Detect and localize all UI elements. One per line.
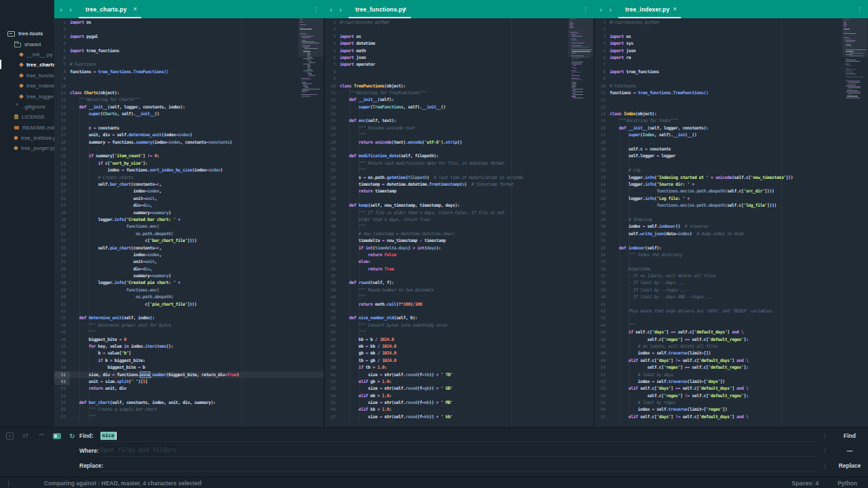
line-number: 30 xyxy=(324,223,340,230)
line-number: 5 xyxy=(54,47,70,54)
code-text: if tb > 1.0: xyxy=(340,364,387,371)
code-line: 57 size = str(self.round(f=kb)) + ' kb' xyxy=(324,413,594,420)
code-text: size = str(self.round(f=kb)) + ' kb' xyxy=(340,413,452,420)
code-text: size = str(self.round(f=mb)) + ' MB' xyxy=(340,399,452,406)
line-number: 15 xyxy=(594,117,610,124)
code-line: 23 # Create charts xyxy=(54,174,324,181)
tab-next-icon[interactable]: › xyxy=(66,5,75,14)
minimap-line xyxy=(846,72,853,73)
code-line: 33 if int(timedelta.days) > int(days): xyxy=(324,245,594,251)
sidebar-item--gitignore[interactable]: *.gitignore xyxy=(0,102,54,112)
tab-next-icon[interactable]: › xyxy=(606,5,615,14)
case-sensitive-toggle-icon[interactable]: тT xyxy=(21,432,30,441)
where-button[interactable]: — xyxy=(833,447,867,454)
code-line: 26 unit=unit, xyxy=(54,195,324,202)
code-text: for key, value in index.iteritems(): xyxy=(70,343,173,350)
minimap-line xyxy=(846,68,848,68)
code-line: 29 # Indexing xyxy=(594,216,868,223)
find-in-files-panel: тT “” ↻ Find: nice ⋮ Find Where: Open fi… xyxy=(0,427,868,477)
sidebar-item-tree-purger-py[interactable]: tree_purger.py xyxy=(0,143,54,153)
minimap[interactable] xyxy=(570,19,593,99)
code-line: 27 def keep(self, now_timestamp, timesta… xyxy=(324,202,594,209)
whole-word-toggle-icon[interactable]: “” xyxy=(37,432,45,441)
where-row-menu-icon[interactable]: ⋮ xyxy=(822,447,828,454)
sidebar-item-tree-leafsize-py[interactable]: tree_leafsize.py xyxy=(0,133,54,143)
regex-toggle-icon[interactable] xyxy=(5,432,14,441)
sidebar-item-tree-functions-py[interactable]: tree_functions.py xyxy=(0,70,54,81)
code-text: """ xyxy=(340,223,366,230)
replace-button[interactable]: Replace xyxy=(833,462,867,469)
line-number: 6 xyxy=(594,54,610,61)
sidebar-item-tree-charts-py[interactable]: tree_charts.py xyxy=(0,60,54,70)
sidebar-item-tree-logger-py[interactable]: tree_logger.py xyxy=(0,91,54,101)
code-text: """docstring for TreeFunctions""" xyxy=(340,89,427,96)
code-line: 32 c['bar_chart_file']))) xyxy=(54,237,324,244)
where-input[interactable]: Open files and folders xyxy=(100,445,816,457)
sidebar-item-label: __init__.py xyxy=(26,52,53,58)
minimap-line xyxy=(572,79,583,80)
wrap-toggle-icon[interactable]: ↻ xyxy=(68,432,77,441)
code-text: div=div, xyxy=(70,202,152,209)
code-line: 39 """ Round number to two decimals xyxy=(324,287,594,293)
code-line: 8import tree_functions xyxy=(594,68,868,75)
overflow-menu-icon[interactable]: ⋮ xyxy=(583,6,589,13)
tab-next-icon[interactable]: › xyxy=(336,5,345,14)
minimap[interactable] xyxy=(300,19,323,99)
code-text: class Index(object): xyxy=(610,110,656,117)
status-menu-icon[interactable]: ⋮ xyxy=(5,480,12,487)
code-line: 38 - If limit by --days ... xyxy=(594,279,868,286)
line-number: 53 xyxy=(594,385,610,392)
tab-prev-icon[interactable]: ‹ xyxy=(326,5,336,14)
close-icon[interactable]: × xyxy=(673,5,677,13)
sidebar-item-tree-tools[interactable]: tree-tools xyxy=(0,28,54,39)
line-number: 10 xyxy=(54,83,70,89)
code-line: 24 logger.info('Source dir: ' + xyxy=(594,181,868,188)
tab-tree_functions-py[interactable]: tree_functions.py× xyxy=(349,0,411,18)
replace-row-menu-icon[interactable]: ⋮ xyxy=(822,462,828,469)
find-row-menu-icon[interactable]: ⋮ xyxy=(822,432,828,439)
editor-pane-tree_indexer-py: ‹›tree_indexer.py×⋮1#!/usr/bin/env pytho… xyxy=(594,0,868,427)
tab-tree_charts-py[interactable]: tree_charts.py× xyxy=(79,0,141,18)
line-number: 26 xyxy=(54,195,70,202)
code-line: 42 xyxy=(54,308,324,314)
sidebar-item-tree-indexer-py[interactable]: tree_indexer.py xyxy=(0,81,54,91)
code-text: self.c['regex'] == self.c['default_regex… xyxy=(610,336,748,343)
find-button[interactable]: Find xyxy=(833,432,867,439)
minimap-line xyxy=(307,66,310,67)
code-line: 47 # no limits, will delete all files xyxy=(594,343,868,350)
sidebar-item-license[interactable]: LICENSE xyxy=(0,112,54,122)
show-context-toggle-icon[interactable] xyxy=(52,432,61,441)
indentation-setting[interactable]: Spaces: 4 xyxy=(791,480,818,487)
sidebar-item-shared[interactable]: shared xyxy=(0,39,54,49)
replace-input[interactable] xyxy=(100,460,816,472)
sidebar-item-label: tree_purger.py xyxy=(21,145,54,151)
minimap[interactable] xyxy=(844,19,867,99)
close-icon[interactable]: × xyxy=(133,5,137,13)
minimap-line xyxy=(303,86,309,87)
sublime-window: tree-toolsshared__init__.pytree_charts.p… xyxy=(0,0,868,488)
overflow-menu-icon[interactable]: ⋮ xyxy=(856,6,863,13)
overflow-menu-icon[interactable]: ⋮ xyxy=(313,6,319,13)
minimap-line xyxy=(308,61,313,62)
minimap-line xyxy=(302,37,311,38)
sidebar-item--init-py[interactable]: __init__.py xyxy=(0,49,54,60)
line-number: 34 xyxy=(324,251,340,258)
pane-divider[interactable] xyxy=(593,18,595,427)
tab-tree_indexer-py[interactable]: tree_indexer.py× xyxy=(618,0,681,18)
find-input[interactable]: nice xyxy=(100,430,816,442)
minimap-line xyxy=(572,36,583,37)
code-line: 16 """ Encodes unicode text xyxy=(324,125,594,131)
syntax-setting[interactable]: Python xyxy=(837,480,857,487)
minimap-line xyxy=(847,83,856,84)
close-icon[interactable]: × xyxy=(403,5,407,13)
minimap-line xyxy=(845,39,852,39)
code-text: index = self.traverse(limit=[]) xyxy=(610,350,711,357)
code-text: - If limit by --days ... xyxy=(610,279,685,286)
pane-divider[interactable] xyxy=(323,18,325,427)
code-text: mb = kb / 1024.0 xyxy=(340,343,396,350)
sidebar-item-readme-md[interactable]: README.md xyxy=(0,123,54,133)
tab-prev-icon[interactable]: ‹ xyxy=(596,5,606,14)
tab-prev-icon[interactable]: ‹ xyxy=(56,5,66,14)
minimap-line xyxy=(303,70,313,71)
code-text: def modification_date(self, filepath): xyxy=(340,152,439,159)
